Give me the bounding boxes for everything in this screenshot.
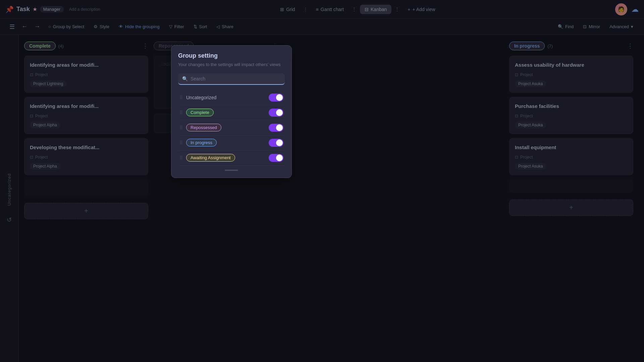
overlay-background[interactable] xyxy=(0,0,644,362)
drag-handle-icon[interactable]: ⠿ xyxy=(179,140,183,145)
group-label-repossessed: Repossessed xyxy=(186,124,269,131)
group-item-awaiting: ⠿ Awaiting Assignment xyxy=(178,150,285,166)
toggle-inprogress[interactable] xyxy=(269,139,283,147)
group-item-uncategorized: ⠿ Uncategorized xyxy=(178,90,285,105)
toggle-uncategorized[interactable] xyxy=(269,94,283,102)
drag-handle-icon[interactable]: ⠿ xyxy=(179,110,183,115)
search-icon: 🔍 xyxy=(182,76,188,81)
panel-subtitle: Your changes to the settings will impact… xyxy=(178,61,285,68)
group-setting-panel: Group setting Your changes to the settin… xyxy=(171,45,292,178)
toggle-complete[interactable] xyxy=(269,109,283,117)
toggle-repossessed[interactable] xyxy=(269,124,283,132)
toggle-awaiting[interactable] xyxy=(269,154,283,162)
group-label-uncategorized: Uncategorized xyxy=(186,95,269,100)
scroll-indicator xyxy=(178,170,285,171)
group-label-inprogress: In progress xyxy=(186,139,269,146)
group-label-awaiting: Awaiting Assignment xyxy=(186,154,269,162)
drag-handle-icon[interactable]: ⠿ xyxy=(179,95,183,100)
group-label-complete: Complete xyxy=(186,109,269,116)
panel-search[interactable]: 🔍 xyxy=(178,73,285,85)
drag-handle-icon[interactable]: ⠿ xyxy=(179,125,183,130)
group-item-complete: ⠿ Complete xyxy=(178,105,285,120)
group-item-inprogress: ⠿ In progress xyxy=(178,135,285,150)
group-item-repossessed: ⠿ Repossessed xyxy=(178,120,285,135)
panel-title: Group setting xyxy=(178,52,285,59)
search-input[interactable] xyxy=(191,76,281,81)
drag-handle-icon[interactable]: ⠿ xyxy=(179,155,183,161)
